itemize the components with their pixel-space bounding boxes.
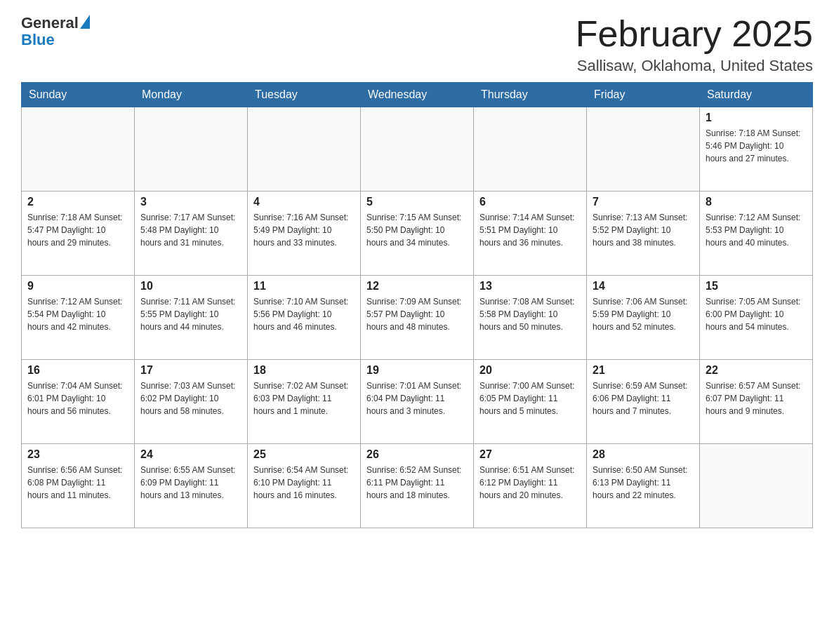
day-number: 18: [253, 364, 355, 377]
calendar-header-row: Sunday Monday Tuesday Wednesday Thursday…: [22, 83, 813, 107]
month-title: February 2025: [576, 14, 813, 54]
col-saturday: Saturday: [700, 83, 813, 107]
table-row: 26Sunrise: 6:52 AM Sunset: 6:11 PM Dayli…: [361, 444, 474, 528]
table-row: 20Sunrise: 7:00 AM Sunset: 6:05 PM Dayli…: [474, 360, 587, 444]
day-info: Sunrise: 7:12 AM Sunset: 5:54 PM Dayligh…: [27, 295, 128, 333]
calendar-week-row: 9Sunrise: 7:12 AM Sunset: 5:54 PM Daylig…: [22, 276, 813, 360]
day-number: 13: [479, 280, 581, 293]
day-info: Sunrise: 7:11 AM Sunset: 5:55 PM Dayligh…: [140, 295, 241, 333]
col-monday: Monday: [135, 83, 248, 107]
table-row: 11Sunrise: 7:10 AM Sunset: 5:56 PM Dayli…: [248, 276, 361, 360]
day-number: 1: [706, 112, 807, 124]
day-info: Sunrise: 7:12 AM Sunset: 5:53 PM Dayligh…: [706, 211, 807, 249]
calendar-table: Sunday Monday Tuesday Wednesday Thursday…: [21, 82, 813, 528]
day-info: Sunrise: 7:15 AM Sunset: 5:50 PM Dayligh…: [366, 211, 468, 249]
day-info: Sunrise: 6:52 AM Sunset: 6:11 PM Dayligh…: [366, 464, 468, 502]
col-sunday: Sunday: [22, 83, 135, 107]
day-info: Sunrise: 7:18 AM Sunset: 5:47 PM Dayligh…: [27, 211, 128, 249]
day-number: 12: [366, 280, 468, 293]
table-row: 1Sunrise: 7:18 AM Sunset: 5:46 PM Daylig…: [700, 107, 813, 192]
day-number: 10: [140, 280, 241, 293]
calendar-week-row: 1Sunrise: 7:18 AM Sunset: 5:46 PM Daylig…: [22, 107, 813, 192]
day-number: 19: [366, 364, 468, 377]
day-number: 6: [479, 196, 581, 208]
table-row: 17Sunrise: 7:03 AM Sunset: 6:02 PM Dayli…: [135, 360, 248, 444]
col-friday: Friday: [587, 83, 700, 107]
day-number: 28: [593, 448, 694, 461]
day-info: Sunrise: 7:06 AM Sunset: 5:59 PM Dayligh…: [593, 295, 694, 333]
day-info: Sunrise: 6:50 AM Sunset: 6:13 PM Dayligh…: [593, 464, 694, 502]
day-number: 14: [593, 280, 694, 293]
table-row: 27Sunrise: 6:51 AM Sunset: 6:12 PM Dayli…: [474, 444, 587, 528]
day-info: Sunrise: 6:51 AM Sunset: 6:12 PM Dayligh…: [479, 464, 581, 502]
logo-triangle-icon: [80, 15, 90, 29]
day-info: Sunrise: 7:14 AM Sunset: 5:51 PM Dayligh…: [479, 211, 581, 249]
day-number: 11: [253, 280, 355, 293]
table-row: [700, 444, 813, 528]
logo-blue-text: Blue: [21, 31, 55, 49]
calendar-week-row: 23Sunrise: 6:56 AM Sunset: 6:08 PM Dayli…: [22, 444, 813, 528]
day-info: Sunrise: 6:59 AM Sunset: 6:06 PM Dayligh…: [593, 380, 694, 417]
table-row: 9Sunrise: 7:12 AM Sunset: 5:54 PM Daylig…: [22, 276, 135, 360]
title-section: February 2025 Sallisaw, Oklahoma, United…: [576, 14, 813, 75]
table-row: 13Sunrise: 7:08 AM Sunset: 5:58 PM Dayli…: [474, 276, 587, 360]
day-info: Sunrise: 7:00 AM Sunset: 6:05 PM Dayligh…: [479, 380, 581, 417]
day-number: 5: [366, 196, 468, 208]
col-tuesday: Tuesday: [248, 83, 361, 107]
day-info: Sunrise: 7:05 AM Sunset: 6:00 PM Dayligh…: [706, 295, 807, 333]
day-number: 7: [593, 196, 694, 208]
day-number: 24: [140, 448, 241, 461]
day-number: 15: [706, 280, 807, 293]
table-row: 22Sunrise: 6:57 AM Sunset: 6:07 PM Dayli…: [700, 360, 813, 444]
table-row: 25Sunrise: 6:54 AM Sunset: 6:10 PM Dayli…: [248, 444, 361, 528]
day-info: Sunrise: 6:55 AM Sunset: 6:09 PM Dayligh…: [140, 464, 241, 502]
day-info: Sunrise: 7:03 AM Sunset: 6:02 PM Dayligh…: [140, 380, 241, 417]
table-row: [474, 107, 587, 192]
table-row: 7Sunrise: 7:13 AM Sunset: 5:52 PM Daylig…: [587, 192, 700, 276]
table-row: 16Sunrise: 7:04 AM Sunset: 6:01 PM Dayli…: [22, 360, 135, 444]
day-number: 23: [27, 448, 128, 461]
day-number: 27: [479, 448, 581, 461]
logo: General Blue: [21, 14, 90, 49]
logo-top: General: [21, 14, 90, 32]
day-number: 22: [706, 364, 807, 377]
table-row: [135, 107, 248, 192]
day-number: 9: [27, 280, 128, 293]
table-row: 15Sunrise: 7:05 AM Sunset: 6:00 PM Dayli…: [700, 276, 813, 360]
day-number: 17: [140, 364, 241, 377]
page-header: General Blue February 2025 Sallisaw, Okl…: [21, 14, 813, 75]
table-row: 23Sunrise: 6:56 AM Sunset: 6:08 PM Dayli…: [22, 444, 135, 528]
table-row: 2Sunrise: 7:18 AM Sunset: 5:47 PM Daylig…: [22, 192, 135, 276]
calendar-week-row: 2Sunrise: 7:18 AM Sunset: 5:47 PM Daylig…: [22, 192, 813, 276]
day-info: Sunrise: 7:02 AM Sunset: 6:03 PM Dayligh…: [253, 380, 355, 417]
col-thursday: Thursday: [474, 83, 587, 107]
logo-general-text: General: [21, 14, 79, 32]
day-info: Sunrise: 7:16 AM Sunset: 5:49 PM Dayligh…: [253, 211, 355, 249]
table-row: 12Sunrise: 7:09 AM Sunset: 5:57 PM Dayli…: [361, 276, 474, 360]
table-row: 8Sunrise: 7:12 AM Sunset: 5:53 PM Daylig…: [700, 192, 813, 276]
table-row: [22, 107, 135, 192]
day-number: 21: [593, 364, 694, 377]
table-row: 21Sunrise: 6:59 AM Sunset: 6:06 PM Dayli…: [587, 360, 700, 444]
day-number: 25: [253, 448, 355, 461]
day-info: Sunrise: 7:01 AM Sunset: 6:04 PM Dayligh…: [366, 380, 468, 417]
day-info: Sunrise: 7:13 AM Sunset: 5:52 PM Dayligh…: [593, 211, 694, 249]
day-number: 4: [253, 196, 355, 208]
table-row: 3Sunrise: 7:17 AM Sunset: 5:48 PM Daylig…: [135, 192, 248, 276]
table-row: [361, 107, 474, 192]
day-info: Sunrise: 7:09 AM Sunset: 5:57 PM Dayligh…: [366, 295, 468, 333]
table-row: 18Sunrise: 7:02 AM Sunset: 6:03 PM Dayli…: [248, 360, 361, 444]
day-info: Sunrise: 6:57 AM Sunset: 6:07 PM Dayligh…: [706, 380, 807, 417]
table-row: 10Sunrise: 7:11 AM Sunset: 5:55 PM Dayli…: [135, 276, 248, 360]
day-number: 20: [479, 364, 581, 377]
day-number: 26: [366, 448, 468, 461]
table-row: 4Sunrise: 7:16 AM Sunset: 5:49 PM Daylig…: [248, 192, 361, 276]
day-info: Sunrise: 7:08 AM Sunset: 5:58 PM Dayligh…: [479, 295, 581, 333]
day-number: 2: [27, 196, 128, 208]
table-row: [248, 107, 361, 192]
day-number: 16: [27, 364, 128, 377]
table-row: 6Sunrise: 7:14 AM Sunset: 5:51 PM Daylig…: [474, 192, 587, 276]
col-wednesday: Wednesday: [361, 83, 474, 107]
day-info: Sunrise: 7:18 AM Sunset: 5:46 PM Dayligh…: [706, 127, 807, 165]
table-row: 19Sunrise: 7:01 AM Sunset: 6:04 PM Dayli…: [361, 360, 474, 444]
